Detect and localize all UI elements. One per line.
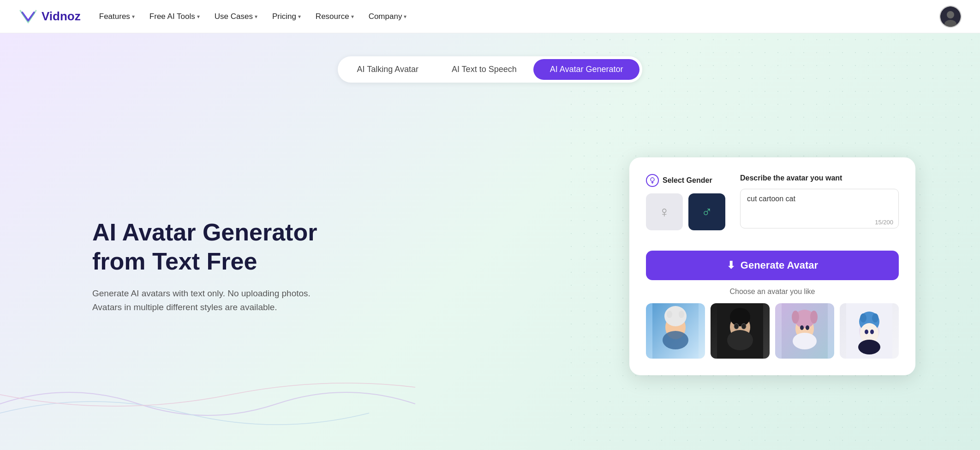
svg-point-1 xyxy=(947,11,954,18)
svg-point-14 xyxy=(730,308,750,326)
chevron-down-icon: ▾ xyxy=(351,13,354,20)
svg-point-10 xyxy=(679,311,684,318)
avatar-option-4[interactable] xyxy=(840,303,899,359)
avatar-grid xyxy=(646,303,899,359)
svg-point-3 xyxy=(651,178,654,181)
svg-point-34 xyxy=(858,340,880,354)
avatar-generator-widget: Select Gender ♀ ♂ Male Describe the ava xyxy=(629,157,915,375)
chevron-down-icon: ▾ xyxy=(197,13,200,20)
hero-description: Generate AI avatars with text only. No u… xyxy=(92,287,323,315)
svg-point-9 xyxy=(667,311,672,318)
generate-avatar-button[interactable]: ⬇ Generate Avatar xyxy=(646,251,899,280)
nav-resource[interactable]: Resource ▾ xyxy=(316,12,354,21)
svg-point-16 xyxy=(741,324,746,329)
svg-point-22 xyxy=(810,311,818,324)
chevron-down-icon: ▾ xyxy=(255,13,257,20)
nav-free-ai-tools[interactable]: Free AI Tools ▾ xyxy=(149,12,200,21)
svg-point-15 xyxy=(734,324,739,329)
avatar xyxy=(940,6,961,27)
svg-point-11 xyxy=(663,331,688,349)
nav-features[interactable]: Features ▾ xyxy=(99,12,135,21)
male-symbol-icon: ♂ xyxy=(701,204,712,221)
gender-icon xyxy=(646,174,659,187)
svg-point-25 xyxy=(793,333,817,349)
gender-describe-row: Select Gender ♀ ♂ Male Describe the ava xyxy=(646,174,899,241)
download-icon: ⬇ xyxy=(727,259,735,271)
svg-point-24 xyxy=(806,325,809,330)
avatar-option-1[interactable] xyxy=(646,303,705,359)
describe-label: Describe the avatar you want xyxy=(740,174,899,182)
avatar-option-3[interactable] xyxy=(775,303,834,359)
describe-section: Describe the avatar you want cut cartoon… xyxy=(740,174,899,230)
textarea-wrapper: cut cartoon cat 15/200 xyxy=(740,189,899,230)
nav-use-cases[interactable]: Use Cases ▾ xyxy=(215,12,257,21)
avatar-option-2[interactable] xyxy=(711,303,770,359)
hero-title: AI Avatar Generator from Text Free xyxy=(92,218,323,276)
char-count: 15/200 xyxy=(875,219,893,226)
brand-name: Vidnoz xyxy=(42,9,81,24)
gender-section: Select Gender ♀ ♂ Male xyxy=(646,174,725,241)
logo[interactable]: Vidnoz xyxy=(18,7,81,26)
chevron-down-icon: ▾ xyxy=(298,13,301,20)
choose-avatar-label: Choose an avatar you like xyxy=(646,288,899,296)
gender-label: Select Gender xyxy=(646,174,725,187)
svg-point-30 xyxy=(872,313,878,323)
navbar-left: Vidnoz Features ▾ Free AI Tools ▾ Use Ca… xyxy=(18,7,406,26)
tab-bar: AI Talking Avatar AI Text to Speech AI A… xyxy=(338,56,643,83)
nav-company[interactable]: Company ▾ xyxy=(369,12,407,21)
male-label: Male xyxy=(646,234,725,241)
tab-ai-text-to-speech[interactable]: AI Text to Speech xyxy=(435,59,533,80)
hero-text-block: AI Avatar Generator from Text Free Gener… xyxy=(92,218,323,315)
tab-ai-avatar-generator[interactable]: AI Avatar Generator xyxy=(533,59,640,80)
svg-point-33 xyxy=(870,330,874,334)
main-content: AI Avatar Generator from Text Free Gener… xyxy=(0,83,980,450)
nav-pricing[interactable]: Pricing ▾ xyxy=(272,12,301,21)
female-symbol-icon: ♀ xyxy=(659,204,670,221)
svg-point-32 xyxy=(865,330,868,334)
tab-ai-talking-avatar[interactable]: AI Talking Avatar xyxy=(341,59,435,80)
male-gender-button[interactable]: ♂ xyxy=(688,193,725,230)
user-avatar-button[interactable] xyxy=(939,6,962,28)
svg-point-21 xyxy=(792,311,799,324)
nav-items: Features ▾ Free AI Tools ▾ Use Cases ▾ P… xyxy=(99,12,407,21)
svg-point-17 xyxy=(727,330,753,350)
svg-point-29 xyxy=(860,313,866,323)
hero-section: AI Talking Avatar AI Text to Speech AI A… xyxy=(0,33,980,450)
chevron-down-icon: ▾ xyxy=(404,13,406,20)
gender-buttons: ♀ ♂ xyxy=(646,193,725,230)
female-gender-button[interactable]: ♀ xyxy=(646,193,683,230)
svg-point-23 xyxy=(800,325,804,330)
navbar: Vidnoz Features ▾ Free AI Tools ▾ Use Ca… xyxy=(0,0,980,33)
chevron-down-icon: ▾ xyxy=(132,13,135,20)
